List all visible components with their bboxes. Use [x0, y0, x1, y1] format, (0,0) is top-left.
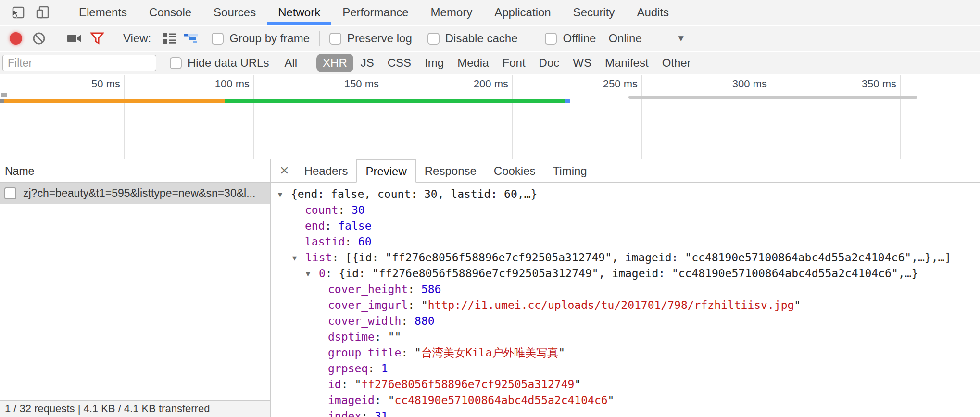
devtools-tab-bar: ElementsConsoleSourcesNetworkPerformance… [0, 0, 980, 25]
checkbox-label: Group by frame [229, 32, 310, 45]
tab-security[interactable]: Security [562, 0, 626, 25]
tab-application[interactable]: Application [483, 0, 562, 25]
overview-scrollbar-thumb[interactable] [628, 96, 917, 99]
tab-elements[interactable]: Elements [68, 0, 138, 25]
checkbox-box[interactable] [170, 57, 182, 69]
filter-icon[interactable] [90, 31, 104, 46]
filter-type-img[interactable]: Img [418, 54, 450, 72]
name-column-header[interactable]: Name [0, 159, 270, 183]
preserve-log-checkbox[interactable]: Preserve log [329, 32, 412, 45]
timeline-tick-label: 50 ms [48, 78, 120, 90]
preview-tree-line[interactable]: count: 30 [271, 202, 980, 218]
preview-tree-line[interactable]: cover_imgurl: "http://i1.umei.cc/uploads… [271, 297, 980, 313]
json-text: : [325, 220, 339, 232]
json-string: 台湾美女Kila户外唯美写真 [421, 346, 558, 359]
preview-tree-line[interactable]: cover_height: 586 [271, 282, 980, 297]
tab-performance[interactable]: Performance [331, 0, 419, 25]
json-key: 0 [319, 267, 326, 280]
json-text: " [558, 346, 565, 359]
json-key: count [305, 204, 338, 216]
checkbox-box[interactable] [427, 33, 440, 45]
disable-cache-checkbox[interactable]: Disable cache [427, 32, 518, 45]
timeline-gridline [253, 75, 254, 159]
expand-triangle-icon[interactable]: ▼ [292, 250, 305, 266]
json-string: cc48190e57100864abc4d55a2c4104c6 [395, 394, 608, 406]
preview-tree-line[interactable]: id: "ff276e8056f58896e7cf92505a312749" [271, 377, 980, 392]
tab-sources[interactable]: Sources [202, 0, 267, 25]
json-text: : [361, 410, 375, 417]
filter-type-manifest[interactable]: Manifest [599, 54, 655, 72]
close-icon[interactable]: × [280, 162, 289, 178]
json-number: 1 [381, 362, 388, 375]
json-key: index [328, 410, 361, 417]
request-checkbox[interactable] [4, 187, 16, 199]
chevron-down-icon[interactable]: ▼ [677, 33, 686, 44]
preview-tree-line[interactable]: end: false [271, 218, 980, 234]
hide-data-urls-checkbox[interactable]: Hide data URLs [170, 56, 269, 70]
json-text: " [794, 299, 801, 311]
detail-tab-headers[interactable]: Headers [296, 159, 357, 183]
json-key: id [328, 378, 341, 391]
checkbox-box[interactable] [545, 33, 557, 45]
preview-tree-line[interactable]: cover_width: 880 [271, 313, 980, 329]
filter-type-ws[interactable]: WS [566, 54, 598, 72]
filter-type-font[interactable]: Font [496, 54, 532, 72]
filter-type-js[interactable]: JS [354, 54, 380, 72]
preview-tree-line[interactable]: index: 31 [271, 408, 980, 417]
capture-screenshots-icon[interactable] [67, 33, 82, 44]
throttling-select[interactable]: Online [608, 32, 641, 45]
json-text: : [375, 331, 388, 343]
network-filter-bar: Hide data URLs AllXHRJSCSSImgMediaFontDo… [0, 52, 980, 74]
record-button[interactable] [10, 32, 22, 45]
request-row[interactable]: zj?ch=beauty&t1=595&listtype=new&sn=30&l… [0, 183, 270, 204]
timeline-gridline [512, 75, 513, 159]
filter-type-xhr[interactable]: XHR [316, 54, 353, 72]
show-waterfall-icon[interactable] [184, 32, 200, 45]
json-text: : [408, 299, 421, 311]
expand-triangle-icon[interactable]: ▼ [278, 187, 291, 203]
group-by-frame-checkbox[interactable]: Group by frame [212, 32, 310, 45]
preview-tree-line[interactable]: ▼0: {id: "ff276e8056f58896e7cf92505a3127… [271, 266, 980, 282]
json-text: : [408, 283, 421, 295]
preview-tree-line[interactable]: group_title: "台湾美女Kila户外唯美写真" [271, 345, 980, 361]
preview-tree-line[interactable]: ▼list: [{id: "ff276e8056f58896e7cf92505a… [271, 250, 980, 266]
timeline-gridline [124, 75, 125, 159]
json-text: : [332, 251, 345, 264]
preview-tree-line[interactable]: imageid: "cc48190e57100864abc4d55a2c4104… [271, 392, 980, 408]
network-overview-timeline[interactable]: 50 ms100 ms150 ms200 ms250 ms300 ms350 m… [0, 75, 980, 159]
checkbox-box[interactable] [329, 33, 341, 45]
filter-type-media[interactable]: Media [451, 54, 495, 72]
offline-checkbox[interactable]: Offline [545, 32, 596, 45]
device-toolbar-icon[interactable] [34, 3, 53, 22]
timeline-tick-label: 200 ms [436, 78, 508, 90]
timeline-tick-label: 300 ms [695, 78, 767, 90]
network-main-area: Name zj?ch=beauty&t1=595&listtype=new&sn… [0, 159, 980, 417]
filter-type-css[interactable]: CSS [381, 54, 417, 72]
clear-button[interactable] [32, 31, 46, 46]
json-key: list [305, 251, 332, 264]
tab-audits[interactable]: Audits [626, 0, 680, 25]
inspect-element-icon[interactable] [9, 3, 28, 22]
expand-triangle-icon[interactable]: ▼ [306, 266, 319, 282]
preview-tree-line[interactable]: ▼{end: false, count: 30, lastid: 60,…} [271, 186, 980, 202]
timeline-gridline [641, 75, 642, 159]
tab-network[interactable]: Network [267, 0, 331, 25]
preview-tree-line[interactable]: dsptime: "" [271, 329, 980, 345]
json-key: end [305, 220, 325, 232]
filter-type-other[interactable]: Other [656, 54, 697, 72]
filter-type-all[interactable]: All [278, 54, 303, 72]
view-large-rows-icon[interactable] [163, 32, 177, 45]
tab-console[interactable]: Console [138, 0, 202, 25]
preview-tree-line[interactable]: grpseq: 1 [271, 361, 980, 377]
tab-memory[interactable]: Memory [420, 0, 484, 25]
json-string: ff276e8056f58896e7cf92505a312749 [361, 378, 574, 391]
preview-tree-line[interactable]: lastid: 60 [271, 234, 980, 250]
filter-type-doc[interactable]: Doc [533, 54, 566, 72]
detail-tab-preview[interactable]: Preview [356, 159, 415, 183]
detail-tab-response[interactable]: Response [416, 159, 485, 183]
json-string: http://i1.umei.cc/uploads/tu/201701/798/… [428, 299, 794, 311]
detail-tab-timing[interactable]: Timing [544, 159, 596, 183]
checkbox-box[interactable] [212, 33, 224, 45]
filter-input[interactable] [2, 55, 156, 71]
detail-tab-cookies[interactable]: Cookies [485, 159, 544, 183]
